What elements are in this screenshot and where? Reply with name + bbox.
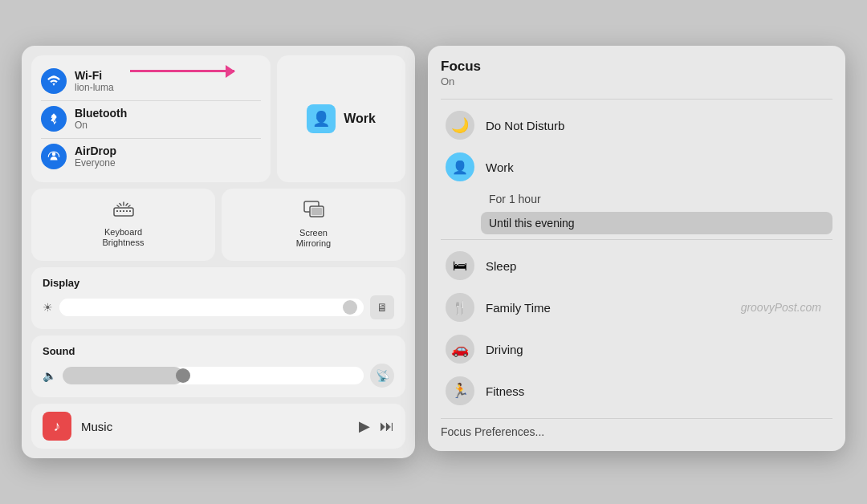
svg-rect-5 bbox=[126, 210, 128, 212]
focus-divider-mid bbox=[441, 239, 832, 240]
family-time-icon: 🍴 bbox=[446, 293, 474, 322]
keyboard-brightness-button[interactable]: KeyboardBrightness bbox=[31, 189, 215, 261]
svg-rect-3 bbox=[120, 210, 121, 212]
arrow-annotation bbox=[130, 70, 234, 72]
driving-label: Driving bbox=[486, 343, 523, 356]
display-title: Display bbox=[43, 277, 394, 289]
control-center-panel: Wi-Fi lion-luma Bluetooth bbox=[22, 46, 415, 458]
work-focus-icon: 👤 bbox=[307, 104, 336, 133]
focus-fitness-item[interactable]: 🏃 Fitness bbox=[441, 370, 832, 412]
focus-title: Focus bbox=[441, 59, 832, 75]
screen-mirroring-icon bbox=[303, 201, 324, 223]
monitor-icon: 🖥 bbox=[370, 295, 394, 319]
family-time-label: Family Time bbox=[486, 301, 551, 315]
fitness-icon: 🏃 bbox=[446, 376, 474, 405]
wifi-icon bbox=[41, 68, 67, 94]
svg-rect-4 bbox=[123, 210, 124, 212]
work-sub-items: For 1 hour Until this evening bbox=[481, 188, 832, 234]
screen-mirroring-label: ScreenMirroring bbox=[296, 228, 331, 249]
play-button[interactable]: ▶ bbox=[359, 417, 370, 435]
sound-slider[interactable] bbox=[63, 367, 364, 384]
skip-forward-button[interactable]: ⏭ bbox=[380, 418, 394, 435]
airdrop-icon bbox=[41, 144, 67, 169]
focus-sleep-item[interactable]: 🛏 Sleep bbox=[441, 245, 832, 287]
bluetooth-subtitle: On bbox=[75, 120, 127, 131]
fitness-label: Fitness bbox=[486, 384, 524, 398]
focus-driving-item[interactable]: 🚗 Driving bbox=[441, 328, 832, 370]
bluetooth-item[interactable]: Bluetooth On bbox=[41, 100, 261, 136]
airdrop-subtitle: Everyone bbox=[75, 157, 116, 169]
svg-rect-2 bbox=[116, 210, 118, 212]
music-section[interactable]: ♪ Music ▶ ⏭ bbox=[31, 404, 405, 449]
driving-icon: 🚗 bbox=[446, 335, 474, 364]
quick-actions-row: KeyboardBrightness ScreenMirroring bbox=[31, 189, 405, 261]
focus-preferences-link[interactable]: Focus Preferences... bbox=[441, 418, 832, 438]
do-not-disturb-icon: 🌙 bbox=[446, 111, 474, 140]
svg-line-9 bbox=[126, 203, 128, 205]
focus-status: On bbox=[441, 75, 832, 87]
work-focus-name: Work bbox=[486, 161, 514, 174]
svg-rect-14 bbox=[311, 208, 322, 215]
svg-line-11 bbox=[128, 205, 130, 207]
focus-do-not-disturb-item[interactable]: 🌙 Do Not Disturb bbox=[441, 104, 832, 146]
bluetooth-icon bbox=[41, 106, 67, 132]
airplay-button[interactable]: 📡 bbox=[370, 364, 394, 388]
focus-header: Focus On bbox=[441, 59, 832, 87]
sound-section: Sound 🔈 📡 bbox=[31, 335, 405, 397]
work-focus-label: Work bbox=[344, 112, 376, 126]
music-label: Music bbox=[81, 420, 349, 433]
display-slider-row: ☀ 🖥 bbox=[43, 295, 394, 319]
sound-slider-row: 🔈 📡 bbox=[43, 364, 394, 388]
bluetooth-text: Bluetooth On bbox=[75, 107, 127, 131]
screen-mirroring-button[interactable]: ScreenMirroring bbox=[222, 189, 405, 261]
bluetooth-title: Bluetooth bbox=[75, 107, 127, 120]
wifi-subtitle: lion-luma bbox=[75, 82, 114, 93]
sleep-label: Sleep bbox=[486, 259, 516, 273]
keyboard-brightness-label: KeyboardBrightness bbox=[103, 227, 144, 248]
keyboard-brightness-icon bbox=[113, 201, 134, 222]
focus-work-item[interactable]: 👤 Work bbox=[441, 146, 832, 188]
brightness-low-icon: ☀ bbox=[43, 301, 53, 314]
do-not-disturb-label: Do Not Disturb bbox=[486, 119, 564, 132]
airdrop-item[interactable]: AirDrop Everyone bbox=[41, 138, 261, 174]
sound-title: Sound bbox=[43, 345, 394, 357]
groovy-watermark: groovyPost.com bbox=[741, 301, 828, 314]
svg-rect-6 bbox=[129, 210, 131, 212]
work-focus-tile[interactable]: 👤 Work bbox=[277, 55, 405, 182]
for-1-hour-option[interactable]: For 1 hour bbox=[481, 188, 832, 210]
wifi-title: Wi-Fi bbox=[75, 69, 114, 82]
focus-panel: Focus On 🌙 Do Not Disturb 👤 Work For 1 h… bbox=[428, 46, 845, 451]
focus-family-time-item[interactable]: 🍴 Family Time groovyPost.com bbox=[441, 287, 832, 328]
focus-divider-top bbox=[441, 99, 832, 100]
volume-low-icon: 🔈 bbox=[43, 369, 56, 382]
display-section: Display ☀ 🖥 bbox=[31, 267, 405, 329]
work-focus-icon: 👤 bbox=[446, 152, 474, 181]
svg-line-8 bbox=[120, 203, 121, 205]
music-app-icon: ♪ bbox=[43, 412, 71, 441]
sleep-icon: 🛏 bbox=[446, 251, 474, 280]
music-controls: ▶ ⏭ bbox=[359, 417, 394, 435]
wifi-text: Wi-Fi lion-luma bbox=[75, 69, 114, 93]
svg-line-10 bbox=[117, 205, 119, 207]
until-this-evening-option[interactable]: Until this evening bbox=[481, 212, 832, 234]
top-row: Wi-Fi lion-luma Bluetooth bbox=[31, 55, 405, 182]
svg-point-0 bbox=[52, 152, 56, 156]
airdrop-text: AirDrop Everyone bbox=[75, 144, 116, 169]
airdrop-title: AirDrop bbox=[75, 144, 116, 157]
display-slider[interactable] bbox=[59, 299, 364, 316]
